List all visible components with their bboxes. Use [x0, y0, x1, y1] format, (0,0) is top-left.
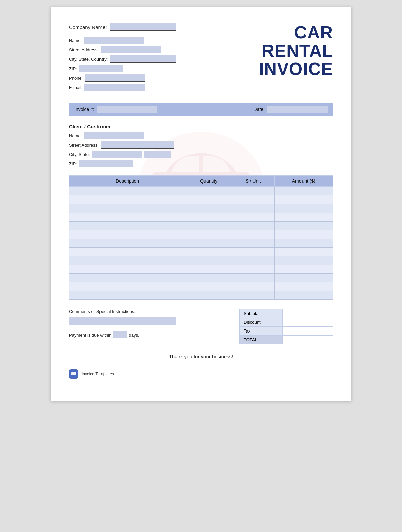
table-cell[interactable]: [185, 230, 232, 239]
table-cell[interactable]: [232, 265, 274, 274]
email-input[interactable]: [84, 84, 145, 91]
table-cell[interactable]: [69, 204, 185, 213]
table-cell[interactable]: [69, 256, 185, 265]
company-info: Company Name: Name: Street Address: City…: [69, 23, 259, 93]
table-cell[interactable]: [232, 282, 274, 291]
client-state-input[interactable]: [144, 151, 171, 158]
table-cell[interactable]: [274, 222, 333, 230]
table-cell[interactable]: [185, 222, 232, 230]
table-cell[interactable]: [185, 274, 232, 282]
name-input[interactable]: [84, 37, 144, 44]
svg-rect-10: [72, 374, 74, 374]
client-zip-input[interactable]: [79, 160, 133, 167]
table-cell[interactable]: [185, 248, 232, 256]
client-street-input[interactable]: [101, 141, 174, 149]
client-city-label: City, State:: [69, 152, 90, 157]
table-cell[interactable]: [185, 239, 232, 248]
table-cell[interactable]: [185, 265, 232, 274]
totals-row: TOTAL: [240, 336, 333, 344]
zip-row: ZIP:: [69, 65, 259, 72]
invoice-bar: Invoice #: Date:: [69, 103, 333, 116]
table-cell[interactable]: [232, 256, 274, 265]
comments-label: Comments or Special Instructions:: [69, 309, 226, 314]
table-cell[interactable]: [185, 256, 232, 265]
table-cell[interactable]: [69, 265, 185, 274]
totals-value[interactable]: [283, 309, 333, 318]
zip-input[interactable]: [79, 65, 123, 72]
table-cell[interactable]: [185, 213, 232, 222]
table-cell[interactable]: [274, 282, 333, 291]
table-cell[interactable]: [232, 291, 274, 300]
street-input[interactable]: [101, 46, 161, 53]
table-cell[interactable]: [69, 274, 185, 282]
name-label: Name:: [69, 38, 82, 43]
client-name-input[interactable]: [84, 132, 144, 139]
table-cell[interactable]: [232, 230, 274, 239]
invoice-title: CAR RENTAL INVOICE: [259, 23, 333, 78]
table-header-row: Description Quantity $ / Unit Amount ($): [69, 176, 333, 187]
table-row: [69, 282, 333, 291]
totals-row: Discount: [240, 318, 333, 327]
date-label: Date:: [254, 107, 265, 112]
invoice-number-label: Invoice #:: [74, 107, 94, 112]
table-cell[interactable]: [69, 187, 185, 195]
days-input[interactable]: [113, 331, 127, 338]
table-row: [69, 265, 333, 274]
email-label: E-mail:: [69, 85, 82, 90]
city-row: City, State, Country:: [69, 55, 259, 63]
table-cell[interactable]: [232, 195, 274, 204]
table-cell[interactable]: [232, 222, 274, 230]
table-cell[interactable]: [274, 213, 333, 222]
client-street-label: Street Address:: [69, 143, 99, 148]
table-cell[interactable]: [232, 213, 274, 222]
table-cell[interactable]: [232, 274, 274, 282]
invoice-number-input[interactable]: [97, 106, 157, 113]
table-cell[interactable]: [274, 230, 333, 239]
table-cell[interactable]: [274, 291, 333, 300]
phone-input[interactable]: [85, 74, 145, 82]
table-cell[interactable]: [185, 187, 232, 195]
city-input[interactable]: [110, 55, 176, 63]
totals-value[interactable]: [283, 318, 333, 327]
table-cell[interactable]: [232, 187, 274, 195]
table-cell[interactable]: [232, 248, 274, 256]
table-row: [69, 274, 333, 282]
table-cell[interactable]: [274, 256, 333, 265]
totals-value[interactable]: [283, 327, 333, 336]
table-cell[interactable]: [274, 265, 333, 274]
date-input[interactable]: [267, 106, 328, 113]
company-name-input[interactable]: [110, 23, 176, 31]
totals-value[interactable]: [283, 336, 333, 344]
col-description: Description: [69, 176, 185, 187]
table-cell[interactable]: [69, 239, 185, 248]
table-row: [69, 239, 333, 248]
client-city-input[interactable]: [92, 151, 142, 158]
table-cell[interactable]: [69, 282, 185, 291]
table-cell[interactable]: [69, 248, 185, 256]
table-cell[interactable]: [232, 204, 274, 213]
table-cell[interactable]: [69, 222, 185, 230]
table-cell[interactable]: [185, 204, 232, 213]
table-cell[interactable]: [274, 187, 333, 195]
table-cell[interactable]: [69, 213, 185, 222]
footer: Invoice Templates: [69, 369, 333, 379]
table-cell[interactable]: [185, 195, 232, 204]
col-unit-price: $ / Unit: [232, 176, 274, 187]
brand-icon: [69, 369, 78, 379]
table-cell[interactable]: [69, 195, 185, 204]
table-cell[interactable]: [69, 230, 185, 239]
table-cell[interactable]: [185, 291, 232, 300]
table-cell[interactable]: [69, 291, 185, 300]
table-cell[interactable]: [274, 248, 333, 256]
table-cell[interactable]: [232, 239, 274, 248]
table-cell[interactable]: [274, 204, 333, 213]
client-title: Client / Customer: [69, 124, 333, 129]
table-cell[interactable]: [274, 274, 333, 282]
table-cell[interactable]: [274, 195, 333, 204]
bottom-section: Comments or Special Instructions: Paymen…: [69, 309, 333, 344]
comments-input[interactable]: [69, 317, 176, 325]
table-cell[interactable]: [274, 239, 333, 248]
invoice-number-section: Invoice #:: [74, 106, 157, 113]
table-cell[interactable]: [185, 282, 232, 291]
date-section: Date:: [254, 106, 328, 113]
